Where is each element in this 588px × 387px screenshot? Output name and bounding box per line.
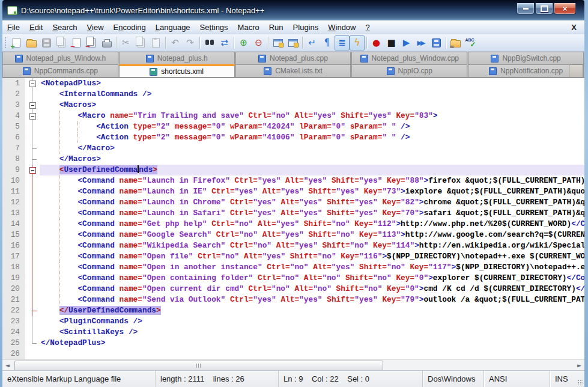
new-file-button[interactable]: +: [9, 35, 24, 50]
line-number[interactable]: 16: [2, 240, 25, 251]
spell-check-button[interactable]: [463, 35, 478, 50]
paste-button[interactable]: [148, 35, 163, 50]
save-macro-button[interactable]: [429, 35, 444, 50]
menu-item-plugins[interactable]: Plugins: [288, 22, 324, 33]
play-macro-button[interactable]: ▶: [399, 35, 414, 50]
line-number[interactable]: 3: [2, 100, 25, 111]
tab-nppbigswitch.cpp[interactable]: NppBigSwitch.cpp: [468, 52, 584, 64]
menu-item-encoding[interactable]: Encoding: [109, 22, 151, 33]
close-all-button[interactable]: −: [84, 35, 99, 50]
tab-notepad_plus.cpp[interactable]: Notepad_plus.cpp: [235, 52, 351, 64]
line-number[interactable]: 22: [2, 305, 25, 316]
line-number[interactable]: 12: [2, 197, 25, 208]
menu-item-help[interactable]: ?: [360, 22, 374, 33]
line-number[interactable]: 24: [2, 327, 25, 338]
menu-close-icon[interactable]: X: [568, 22, 580, 32]
tab-notepad_plus_window.h[interactable]: Notepad_plus_Window.h: [2, 52, 118, 64]
close-button[interactable]: −: [69, 35, 84, 50]
plugin-folder-button[interactable]: ∞: [448, 35, 463, 50]
close-button[interactable]: ×: [554, 3, 576, 14]
tab-nppcommands.cpp[interactable]: NppCommands.cpp: [2, 64, 118, 77]
line-number[interactable]: 11: [2, 186, 25, 197]
resize-grip[interactable]: [577, 379, 583, 385]
zoom-in-button[interactable]: ⊕: [236, 35, 251, 50]
line-number[interactable]: 2: [2, 89, 25, 100]
show-all-characters-button[interactable]: ¶: [320, 35, 335, 50]
tab-cmakelists.txt[interactable]: CMakeLists.txt: [235, 64, 351, 77]
tab-nppio.cpp[interactable]: NppIO.cpp: [351, 64, 467, 77]
line-number[interactable]: 10: [2, 175, 25, 186]
print-button[interactable]: [99, 35, 114, 50]
menu-item-macro[interactable]: Macro: [233, 22, 264, 33]
save-all-button[interactable]: [54, 35, 69, 50]
line-number[interactable]: 18: [2, 262, 25, 273]
fold-box-icon[interactable]: [29, 113, 36, 120]
tab-notepad_plus.h[interactable]: Notepad_plus.h: [119, 52, 235, 64]
word-wrap-button[interactable]: ↵: [305, 35, 320, 50]
undo-button[interactable]: ↶: [168, 35, 183, 50]
menu-item-language[interactable]: Language: [151, 22, 195, 33]
tab-nppnotification.cpp[interactable]: NppNotification.cpp: [468, 64, 584, 77]
line-number[interactable]: 5: [2, 121, 25, 132]
minimize-button[interactable]: [517, 3, 535, 14]
save-button[interactable]: [39, 35, 54, 50]
menu-item-edit[interactable]: Edit: [25, 22, 47, 33]
fold-marker[interactable]: [25, 78, 40, 89]
open-file-button[interactable]: [24, 35, 39, 50]
line-number[interactable]: 6: [2, 132, 25, 143]
code-token: Alt=: [262, 230, 281, 239]
scrollbar-thumb[interactable]: [14, 361, 383, 371]
record-macro-button[interactable]: ●: [369, 35, 384, 50]
line-number[interactable]: 20: [2, 284, 25, 294]
menu-item-view[interactable]: View: [82, 22, 109, 33]
menu-item-window[interactable]: Window: [323, 22, 360, 33]
tab-scroll-button[interactable]: [569, 64, 583, 78]
fold-box-icon[interactable]: [29, 167, 36, 174]
code-editor[interactable]: 1<NotepadPlus>2 <InternalCommands />3 <M…: [2, 78, 584, 359]
line-number[interactable]: 23: [2, 316, 25, 327]
code-token: />: [396, 133, 410, 142]
line-number[interactable]: 4: [2, 111, 25, 121]
menu-item-file[interactable]: File: [2, 22, 25, 33]
redo-button[interactable]: ↷: [183, 35, 198, 50]
title-bar[interactable]: D:\source\notepad++\trunk\PowerEditor\bi…: [2, 0, 584, 20]
line-number[interactable]: 14: [2, 219, 25, 230]
line-number[interactable]: 13: [2, 208, 25, 219]
fold-marker[interactable]: [25, 100, 40, 111]
menu-item-search[interactable]: Search: [47, 22, 82, 33]
line-number[interactable]: 17: [2, 251, 25, 262]
maximize-button[interactable]: [535, 3, 553, 14]
zoom-out-button[interactable]: ⊖: [251, 35, 266, 50]
fold-box-icon[interactable]: [29, 102, 36, 109]
cut-button[interactable]: ✂: [118, 35, 133, 50]
find-button[interactable]: [202, 35, 217, 50]
run-macro-multiple-button[interactable]: ▶▶: [414, 35, 429, 50]
fold-marker[interactable]: [25, 165, 40, 175]
line-number[interactable]: 7: [2, 143, 25, 154]
line-number[interactable]: 15: [2, 230, 25, 240]
horizontal-scrollbar[interactable]: ◄ ►: [2, 359, 584, 370]
sync-horizontal-scroll-button[interactable]: [285, 35, 300, 50]
function-list-button[interactable]: ϟ: [350, 35, 365, 50]
menu-item-settings[interactable]: Settings: [195, 22, 233, 33]
line-number[interactable]: 25: [2, 338, 25, 349]
replace-button[interactable]: ⇄: [217, 35, 232, 50]
line-number[interactable]: 1: [2, 78, 25, 89]
scroll-right-arrow[interactable]: ►: [574, 360, 584, 370]
stop-macro-button[interactable]: ■: [384, 35, 399, 50]
show-indent-guide-button[interactable]: ≣: [335, 35, 350, 50]
line-number[interactable]: 8: [2, 154, 25, 165]
sync-vertical-scroll-button[interactable]: [270, 35, 285, 50]
line-number[interactable]: 9: [2, 165, 25, 175]
tab-shortcuts.xml[interactable]: shortcuts.xml: [119, 64, 235, 77]
tab-notepad_plus_window.cpp[interactable]: Notepad_plus_Window.cpp: [351, 52, 467, 64]
line-number[interactable]: 21: [2, 294, 25, 305]
code-token: <Command: [77, 263, 119, 272]
menu-item-run[interactable]: Run: [264, 22, 288, 33]
line-number[interactable]: 26: [2, 349, 25, 359]
line-number[interactable]: 19: [2, 273, 25, 284]
fold-marker[interactable]: [25, 111, 40, 121]
scroll-left-arrow[interactable]: ◄: [2, 360, 13, 370]
fold-box-icon[interactable]: [29, 81, 36, 87]
copy-button[interactable]: [133, 35, 148, 50]
